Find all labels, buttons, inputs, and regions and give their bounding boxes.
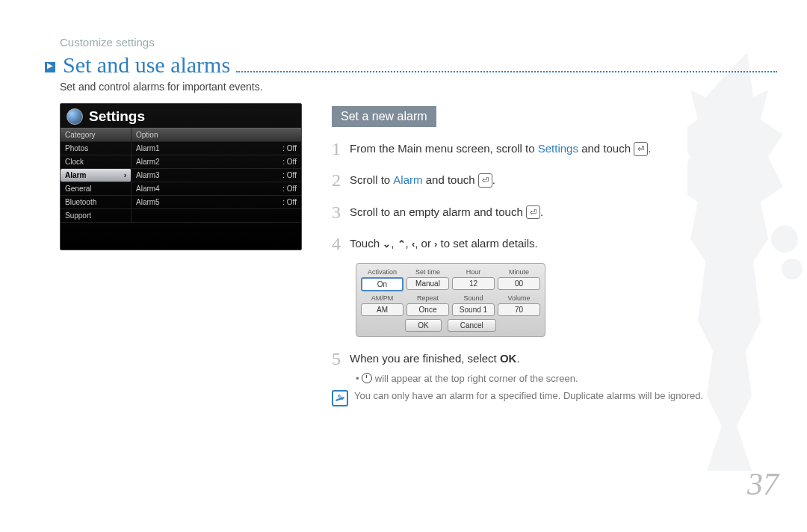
device-screenshot-settings: Settings Category Option Photos Alarm1: …: [60, 103, 302, 250]
ap-label-repeat: Repeat: [406, 294, 449, 302]
enter-icon: ⏎: [634, 142, 648, 156]
svg-point-0: [771, 226, 798, 253]
page-subtitle: Set and control alarms for important eve…: [60, 81, 263, 93]
ap-label-settime: Set time: [406, 268, 449, 276]
page-title-row: Set and use alarms: [45, 52, 777, 78]
step-number: 3: [332, 202, 350, 222]
ap-value-settime: Manual: [406, 277, 449, 290]
title-leader-dots: [236, 58, 777, 72]
device-category-alarm-selected: Alarm: [61, 169, 132, 182]
ap-label-volume: Volume: [498, 294, 540, 302]
step-number: 4: [332, 234, 350, 253]
ap-ok-button: OK: [405, 319, 441, 332]
title-bullet-icon: [45, 62, 55, 72]
alarm-indicator-icon: [362, 373, 372, 383]
step-2: 2 Scroll to Alarm and touch ⏎.: [332, 170, 750, 190]
device-category-general: General: [61, 182, 132, 195]
device-category-bluetooth: Bluetooth: [61, 196, 132, 208]
step-number: 1: [332, 139, 350, 158]
ap-label-sound: Sound: [452, 294, 495, 302]
chevron-down-icon: ⌄: [383, 237, 391, 252]
step-5-substep: • will appear at the top right corner of…: [356, 373, 750, 384]
ap-value-sound: Sound 1: [452, 303, 495, 316]
ap-value-ampm: AM: [361, 303, 404, 316]
breadcrumb: Customize settings: [60, 36, 155, 49]
ap-value-repeat: Once: [406, 303, 449, 316]
step-5: 5 When you are finished, select OK.: [332, 349, 750, 368]
device-category-clock: Clock: [61, 155, 132, 168]
enter-icon: ⏎: [526, 205, 540, 220]
svg-point-1: [782, 259, 803, 279]
step-3: 3 Scroll to an empty alarm and touch ⏎.: [332, 202, 750, 222]
ap-label-ampm: AM/PM: [361, 294, 404, 302]
ap-value-minute: 00: [498, 277, 540, 290]
device-option-alarm3: Alarm3: Off: [132, 169, 301, 182]
section-heading: Set a new alarm: [332, 106, 436, 127]
device-option-alarm2: Alarm2: Off: [132, 155, 301, 168]
device-col-header-option: Option: [132, 129, 301, 141]
device-col-header-category: Category: [61, 129, 132, 141]
alarm-details-panel: ActivationOn Set timeManual Hour12 Minut…: [356, 263, 545, 337]
note-text: You can only have an alarm for a specifi…: [354, 390, 703, 406]
page-number: 37: [747, 466, 779, 502]
device-option-alarm1: Alarm1: Off: [132, 142, 301, 155]
ap-cancel-button: Cancel: [448, 319, 496, 332]
chevron-up-icon: ⌃: [398, 237, 406, 252]
device-category-photos: Photos: [61, 142, 132, 155]
ap-label-hour: Hour: [452, 268, 495, 276]
ap-value-hour: 12: [452, 277, 495, 290]
ap-label-minute: Minute: [498, 268, 540, 276]
chevron-right-icon: ›: [434, 237, 437, 252]
step-number: 5: [332, 349, 350, 368]
clock-icon: [67, 108, 83, 125]
page-title: Set and use alarms: [63, 52, 230, 78]
step-number: 2: [332, 170, 350, 190]
step-4: 4 Touch ⌄, ⌃, ‹, or › to set alarm detai…: [332, 234, 750, 253]
step-1: 1 From the Main menu screen, scroll to S…: [332, 139, 750, 158]
ap-value-volume: 70: [498, 303, 540, 316]
ap-label-activation: Activation: [361, 268, 404, 276]
ap-value-activation: On: [361, 277, 404, 291]
device-category-support: Support: [61, 209, 132, 222]
enter-icon: ⏎: [478, 173, 492, 188]
device-option-alarm5: Alarm5: Off: [132, 196, 301, 208]
device-screen-title: Settings: [89, 108, 145, 125]
note-row: ✎ You can only have an alarm for a speci…: [332, 390, 750, 406]
device-option-alarm4: Alarm4: Off: [132, 182, 301, 195]
note-icon: ✎: [332, 390, 348, 406]
